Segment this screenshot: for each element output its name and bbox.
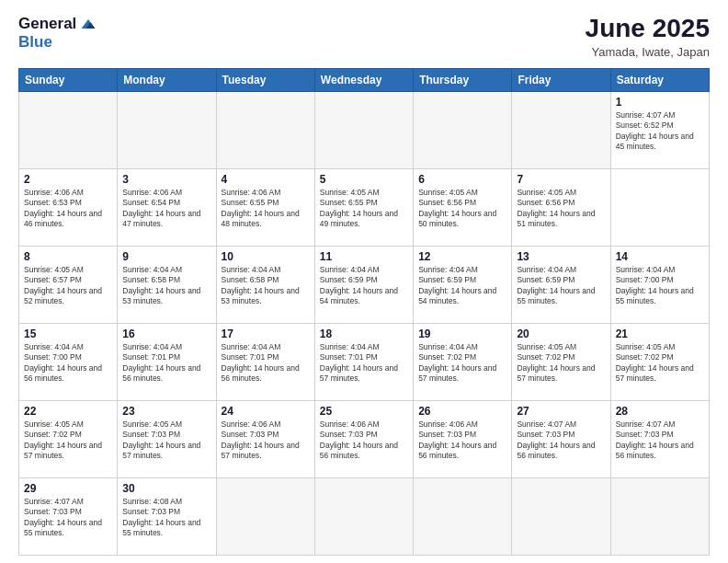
day-info: Sunrise: 4:08 AMSunset: 7:03 PMDaylight:…: [122, 497, 200, 537]
day-info: Sunrise: 4:05 AMSunset: 6:56 PMDaylight:…: [418, 188, 496, 228]
day-info: Sunrise: 4:04 AMSunset: 6:59 PMDaylight:…: [418, 265, 496, 305]
calendar-cell-day-28: 28Sunrise: 4:07 AMSunset: 7:03 PMDayligh…: [610, 400, 709, 477]
day-number: 26: [418, 405, 506, 418]
day-number: 8: [24, 250, 112, 263]
calendar-cell-day-14: 14Sunrise: 4:04 AMSunset: 7:00 PMDayligh…: [610, 246, 709, 323]
calendar-cell-empty: [314, 477, 413, 555]
day-number: 12: [418, 250, 506, 263]
calendar-header-wednesday: Wednesday: [314, 68, 413, 91]
calendar-cell-empty: [314, 91, 413, 168]
day-number: 27: [517, 405, 605, 418]
day-info: Sunrise: 4:06 AMSunset: 6:55 PMDaylight:…: [222, 188, 300, 228]
day-info: Sunrise: 4:04 AMSunset: 6:58 PMDaylight:…: [222, 265, 300, 305]
day-number: 16: [122, 327, 210, 340]
day-number: 10: [222, 250, 310, 263]
calendar-cell-day-27: 27Sunrise: 4:07 AMSunset: 7:03 PMDayligh…: [512, 400, 610, 477]
calendar-cell-empty: [512, 91, 610, 168]
day-info: Sunrise: 4:05 AMSunset: 7:03 PMDaylight:…: [122, 419, 200, 460]
calendar-header-saturday: Saturday: [610, 68, 709, 91]
calendar-cell-day-8: 8Sunrise: 4:05 AMSunset: 6:57 PMDaylight…: [19, 246, 118, 323]
calendar-cell-empty: [118, 91, 216, 168]
calendar-cell-day-16: 16Sunrise: 4:04 AMSunset: 7:01 PMDayligh…: [118, 323, 216, 400]
calendar-cell-empty: [414, 91, 512, 168]
logo-general: General: [18, 15, 76, 33]
calendar-cell-day-9: 9Sunrise: 4:04 AMSunset: 6:58 PMDaylight…: [118, 246, 216, 323]
calendar-cell-day-11: 11Sunrise: 4:04 AMSunset: 6:59 PMDayligh…: [314, 246, 413, 323]
calendar-cell-day-2: 2Sunrise: 4:06 AMSunset: 6:53 PMDaylight…: [19, 168, 118, 246]
logo-icon: [80, 17, 97, 30]
calendar-cell-day-12: 12Sunrise: 4:04 AMSunset: 6:59 PMDayligh…: [414, 246, 512, 323]
day-info: Sunrise: 4:06 AMSunset: 7:03 PMDaylight:…: [222, 419, 300, 460]
calendar-cell-day-30: 30Sunrise: 4:08 AMSunset: 7:03 PMDayligh…: [118, 477, 216, 555]
day-number: 2: [24, 173, 112, 186]
title-block: June 2025 Yamada, Iwate, Japan: [586, 15, 710, 59]
logo: General Blue: [18, 15, 97, 52]
day-number: 13: [517, 250, 605, 263]
calendar-week-1: 1Sunrise: 4:07 AMSunset: 6:52 PMDaylight…: [19, 91, 710, 168]
calendar-cell-day-10: 10Sunrise: 4:04 AMSunset: 6:58 PMDayligh…: [216, 246, 314, 323]
day-info: Sunrise: 4:06 AMSunset: 7:03 PMDaylight:…: [418, 419, 496, 460]
day-info: Sunrise: 4:04 AMSunset: 7:00 PMDaylight:…: [616, 265, 694, 305]
day-info: Sunrise: 4:05 AMSunset: 7:02 PMDaylight:…: [24, 419, 102, 460]
day-number: 24: [222, 405, 310, 418]
calendar-cell-day-21: 21Sunrise: 4:05 AMSunset: 7:02 PMDayligh…: [610, 323, 709, 400]
day-info: Sunrise: 4:04 AMSunset: 6:58 PMDaylight:…: [122, 265, 200, 305]
day-number: 30: [122, 482, 210, 495]
day-number: 7: [517, 173, 605, 186]
calendar-header-monday: Monday: [118, 68, 216, 91]
calendar-header-row: SundayMondayTuesdayWednesdayThursdayFrid…: [19, 68, 710, 91]
calendar-header-sunday: Sunday: [19, 68, 118, 91]
calendar-cell-day-4: 4Sunrise: 4:06 AMSunset: 6:55 PMDaylight…: [216, 168, 314, 246]
day-number: 21: [616, 327, 704, 340]
day-number: 4: [222, 173, 310, 186]
calendar-cell-day-13: 13Sunrise: 4:04 AMSunset: 6:59 PMDayligh…: [512, 246, 610, 323]
day-info: Sunrise: 4:04 AMSunset: 7:01 PMDaylight:…: [222, 342, 300, 383]
day-number: 5: [320, 173, 408, 186]
month-year: June 2025: [586, 15, 710, 43]
day-number: 19: [418, 327, 506, 340]
day-info: Sunrise: 4:06 AMSunset: 6:53 PMDaylight:…: [24, 188, 102, 228]
day-info: Sunrise: 4:05 AMSunset: 6:56 PMDaylight:…: [517, 188, 595, 228]
calendar-week-4: 15Sunrise: 4:04 AMSunset: 7:00 PMDayligh…: [19, 323, 710, 400]
day-number: 18: [320, 327, 408, 340]
calendar-table: SundayMondayTuesdayWednesdayThursdayFrid…: [18, 68, 710, 556]
day-info: Sunrise: 4:05 AMSunset: 7:02 PMDaylight:…: [517, 342, 595, 383]
calendar-cell-day-29: 29Sunrise: 4:07 AMSunset: 7:03 PMDayligh…: [19, 477, 118, 555]
calendar-cell-empty: [610, 477, 709, 555]
day-number: 15: [24, 327, 112, 340]
day-info: Sunrise: 4:06 AMSunset: 6:54 PMDaylight:…: [122, 188, 200, 228]
calendar-cell-day-3: 3Sunrise: 4:06 AMSunset: 6:54 PMDaylight…: [118, 168, 216, 246]
calendar-cell-empty: [19, 91, 118, 168]
calendar-cell-day-20: 20Sunrise: 4:05 AMSunset: 7:02 PMDayligh…: [512, 323, 610, 400]
day-number: 9: [122, 250, 210, 263]
calendar-cell-day-19: 19Sunrise: 4:04 AMSunset: 7:02 PMDayligh…: [414, 323, 512, 400]
calendar-cell-day-25: 25Sunrise: 4:06 AMSunset: 7:03 PMDayligh…: [314, 400, 413, 477]
calendar-cell-empty: [414, 477, 512, 555]
day-number: 3: [122, 173, 210, 186]
day-number: 29: [24, 482, 112, 495]
day-number: 6: [418, 173, 506, 186]
calendar-cell-day-15: 15Sunrise: 4:04 AMSunset: 7:00 PMDayligh…: [19, 323, 118, 400]
calendar-header-tuesday: Tuesday: [216, 68, 314, 91]
day-number: 17: [222, 327, 310, 340]
day-info: Sunrise: 4:07 AMSunset: 7:03 PMDaylight:…: [517, 419, 595, 460]
day-info: Sunrise: 4:04 AMSunset: 7:00 PMDaylight:…: [24, 342, 102, 383]
logo-blue: Blue: [18, 33, 52, 51]
day-info: Sunrise: 4:04 AMSunset: 7:01 PMDaylight:…: [122, 342, 200, 383]
day-number: 25: [320, 405, 408, 418]
calendar-cell-empty: [216, 477, 314, 555]
day-info: Sunrise: 4:04 AMSunset: 6:59 PMDaylight:…: [517, 265, 595, 305]
day-number: 28: [616, 405, 704, 418]
calendar-cell-day-17: 17Sunrise: 4:04 AMSunset: 7:01 PMDayligh…: [216, 323, 314, 400]
calendar-cell-day-7: 7Sunrise: 4:05 AMSunset: 6:56 PMDaylight…: [512, 168, 610, 246]
calendar-cell-empty: [216, 91, 314, 168]
day-number: 23: [122, 405, 210, 418]
day-number: 14: [616, 250, 704, 263]
day-info: Sunrise: 4:05 AMSunset: 6:55 PMDaylight:…: [320, 188, 398, 228]
day-info: Sunrise: 4:05 AMSunset: 7:02 PMDaylight:…: [616, 342, 694, 383]
day-number: 20: [517, 327, 605, 340]
day-number: 11: [320, 250, 408, 263]
calendar-cell-day-18: 18Sunrise: 4:04 AMSunset: 7:01 PMDayligh…: [314, 323, 413, 400]
header: General Blue June 2025 Yamada, Iwate, Ja…: [18, 15, 710, 59]
day-info: Sunrise: 4:05 AMSunset: 6:57 PMDaylight:…: [24, 265, 102, 305]
